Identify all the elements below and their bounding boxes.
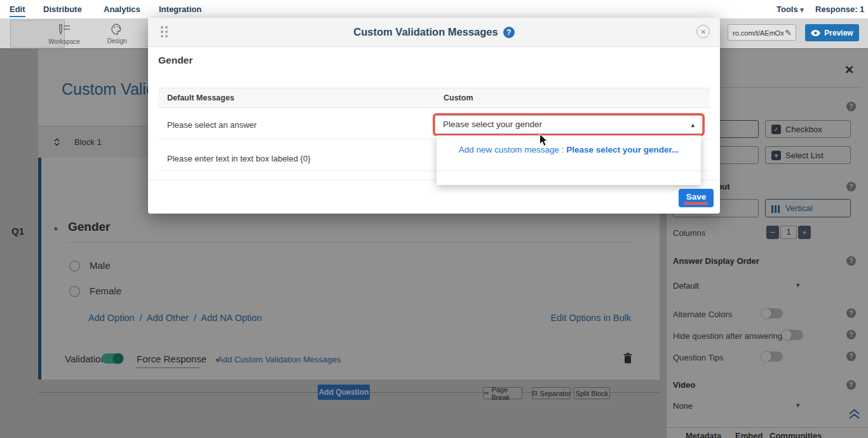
column-header-custom: Custom xyxy=(444,93,473,102)
modal-help-icon[interactable]: ? xyxy=(503,27,515,38)
default-message-row-1: Please select an answer xyxy=(167,120,257,130)
modal-question-name: Gender xyxy=(158,55,193,66)
add-new-custom-message-option[interactable]: Add new custom message : Please select y… xyxy=(437,145,701,154)
toolbar-tab-workspace[interactable]: Workspace xyxy=(10,20,65,48)
preview-label: Preview xyxy=(824,29,853,38)
table-header-band: Default Messages Custom xyxy=(158,88,710,108)
eye-icon xyxy=(811,30,820,36)
nav-tab-integration[interactable]: Integration xyxy=(159,4,201,14)
survey-builder-page: Edit Distribute Analytics Integration To… xyxy=(0,0,868,438)
modal-close-icon[interactable]: ✕ xyxy=(696,25,710,38)
tools-label: Tools xyxy=(776,4,798,14)
nav-tab-distribute[interactable]: Distribute xyxy=(43,4,82,14)
custom-message-value: Please select your gender xyxy=(443,120,542,129)
panel-divider xyxy=(437,170,701,171)
share-url-text: ro.com/t/AEmOx xyxy=(733,29,784,37)
mouse-cursor xyxy=(539,133,548,147)
save-label: Save xyxy=(686,192,707,202)
share-url-field[interactable]: ro.com/t/AEmOx ✎ xyxy=(728,24,796,41)
toolbar-tab-design[interactable]: Design xyxy=(64,20,117,46)
tools-menu[interactable]: Tools ▾ xyxy=(776,4,804,14)
column-header-default: Default Messages xyxy=(167,93,234,102)
custom-validation-messages-modal: Custom Validation Messages ? ✕ Gender De… xyxy=(148,18,720,214)
top-nav: Edit Distribute Analytics Integration To… xyxy=(0,0,868,18)
nav-tab-analytics[interactable]: Analytics xyxy=(104,4,140,14)
caret-down-icon: ▾ xyxy=(800,6,804,13)
edit-url-pencil-icon[interactable]: ✎ xyxy=(785,25,792,41)
add-new-message-value: Please select your gender... xyxy=(566,145,679,154)
caret-up-icon: ▴ xyxy=(691,116,695,133)
default-message-row-2: Please enter text in text box labeled {0… xyxy=(167,154,311,163)
nav-tab-edit[interactable]: Edit xyxy=(10,4,25,17)
modal-title-row: Custom Validation Messages ? xyxy=(148,26,720,38)
save-button[interactable]: Save xyxy=(679,189,714,207)
custom-message-select[interactable]: Please select your gender ▴ xyxy=(435,115,703,134)
modal-title: Custom Validation Messages xyxy=(353,26,498,38)
modal-header: Custom Validation Messages ? ✕ xyxy=(148,18,720,47)
save-red-underline xyxy=(684,202,708,205)
custom-message-dropdown-panel: Add new custom message : Please select y… xyxy=(437,135,701,185)
response-count[interactable]: Response: 1 xyxy=(815,4,864,14)
preview-button[interactable]: Preview xyxy=(805,24,859,41)
